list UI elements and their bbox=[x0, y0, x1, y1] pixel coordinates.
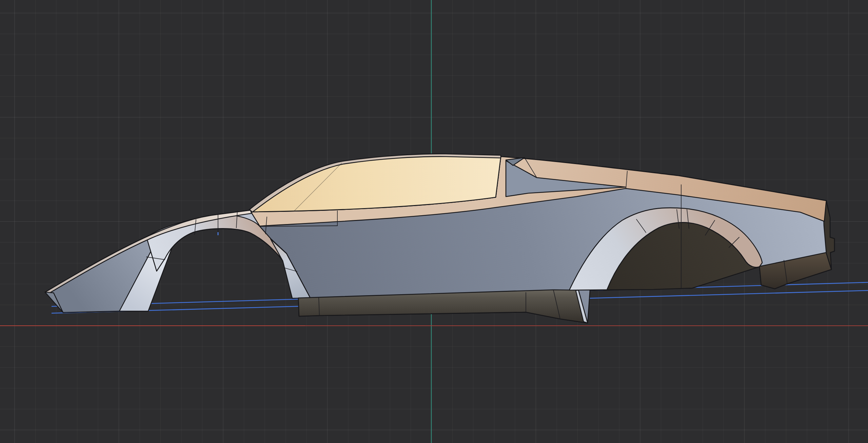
viewport-canvas[interactable] bbox=[0, 0, 868, 443]
3d-viewport[interactable] bbox=[0, 0, 868, 443]
